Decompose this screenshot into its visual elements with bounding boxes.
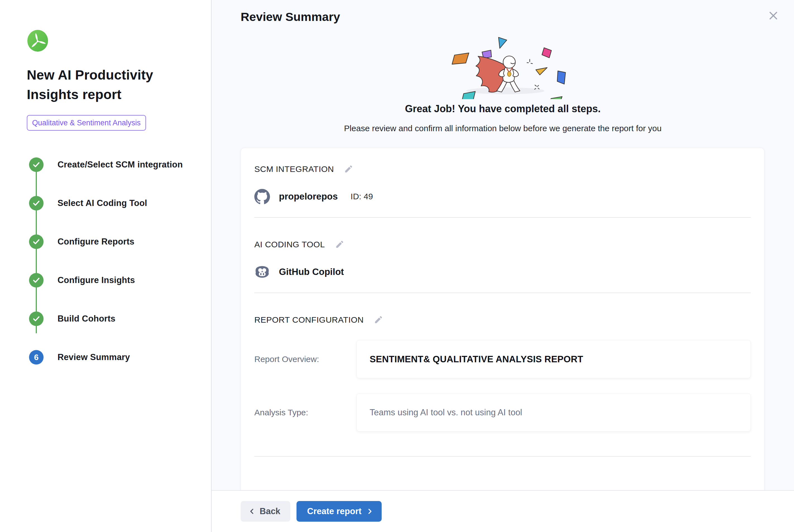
- step-configure-insights[interactable]: Configure Insights: [27, 273, 200, 287]
- step-label: Select AI Coding Tool: [57, 198, 147, 208]
- scm-integration-id: ID: 49: [351, 192, 373, 201]
- back-button[interactable]: Back: [241, 501, 290, 522]
- close-icon[interactable]: [767, 10, 779, 22]
- step-label: Review Summary: [57, 352, 130, 362]
- scm-integration-value-row: propelorepos ID: 49: [254, 189, 751, 204]
- analysis-type-value: Teams using AI tool vs. not using AI too…: [370, 407, 522, 418]
- section-divider: [254, 456, 751, 457]
- create-report-button[interactable]: Create report: [297, 501, 382, 522]
- report-overview-row: Report Overview: SENTIMENT& QUALITATIVE …: [254, 340, 751, 378]
- ai-coding-tool-value-row: GitHub Copilot: [254, 264, 751, 280]
- edit-scm-pencil-icon[interactable]: [343, 164, 354, 174]
- scm-integration-label: SCM INTEGRATION: [254, 165, 334, 174]
- review-summary-panel: Review Summary: [212, 0, 794, 532]
- edit-config-pencil-icon[interactable]: [373, 315, 383, 325]
- propeller-logo-icon: [27, 29, 49, 53]
- create-report-label: Create report: [307, 506, 362, 516]
- step-configure-reports[interactable]: Configure Reports: [27, 234, 200, 249]
- ai-coding-tool-label: AI CODING TOOL: [254, 240, 325, 249]
- step-scm-integration[interactable]: Create/Select SCM integration: [27, 157, 200, 172]
- step-label: Configure Reports: [57, 237, 135, 247]
- step-check-icon: [29, 311, 43, 326]
- ai-coding-tool-section-header: AI CODING TOOL: [254, 240, 751, 249]
- analysis-type-value-box: Teams using AI tool vs. not using AI too…: [357, 393, 751, 432]
- edit-tool-pencil-icon[interactable]: [335, 240, 344, 249]
- report-overview-label: Report Overview:: [254, 355, 357, 364]
- step-check-icon: [29, 196, 43, 210]
- report-overview-value: SENTIMENT& QUALITATIVE ANALYSIS REPORT: [370, 354, 583, 364]
- step-check-icon: [29, 234, 43, 249]
- step-number-badge: 6: [29, 350, 43, 364]
- hero-heading: Great Job! You have completed all steps.: [212, 103, 794, 115]
- back-button-label: Back: [260, 506, 280, 516]
- section-divider: [254, 217, 751, 218]
- step-label: Build Cohorts: [57, 314, 116, 324]
- panel-header: Review Summary: [212, 0, 794, 24]
- step-build-cohorts[interactable]: Build Cohorts: [27, 311, 200, 326]
- step-label: Configure Insights: [57, 275, 135, 285]
- analysis-type-row: Analysis Type: Teams using AI tool vs. n…: [254, 393, 751, 432]
- section-divider: [254, 292, 751, 293]
- analysis-type-label: Analysis Type:: [254, 408, 357, 417]
- github-icon: [254, 189, 270, 204]
- review-summary-card: SCM INTEGRATION propelorepos ID: 49 AI C…: [241, 148, 764, 496]
- step-review-summary[interactable]: 6 Review Summary: [27, 350, 200, 364]
- wizard-footer: Back Create report: [212, 490, 794, 532]
- report-configuration-label: REPORT CONFIGURATION: [254, 315, 364, 325]
- wizard-title: New AI Productivity Insights report: [27, 65, 172, 104]
- completion-hero: Great Job! You have completed all steps.…: [212, 29, 794, 133]
- chevron-right-icon: [366, 508, 373, 515]
- wizard-stepper: Create/Select SCM integration Select AI …: [27, 157, 200, 364]
- chevron-left-icon: [248, 508, 256, 515]
- step-label: Create/Select SCM integration: [57, 160, 183, 170]
- report-configuration-section-header: REPORT CONFIGURATION: [254, 315, 751, 325]
- wizard-sidebar: New AI Productivity Insights report Qual…: [0, 0, 212, 532]
- hero-subheading: Please review and confirm all informatio…: [212, 124, 794, 133]
- step-ai-coding-tool[interactable]: Select AI Coding Tool: [27, 196, 200, 210]
- celebration-illustration: [439, 29, 567, 99]
- report-wizard: New AI Productivity Insights report Qual…: [0, 0, 794, 532]
- scm-integration-section-header: SCM INTEGRATION: [254, 164, 751, 174]
- step-check-icon: [29, 273, 43, 287]
- copilot-icon: [254, 264, 270, 280]
- report-overview-value-box: SENTIMENT& QUALITATIVE ANALYSIS REPORT: [357, 340, 751, 378]
- page-title: Review Summary: [241, 10, 794, 24]
- ai-coding-tool-name: GitHub Copilot: [279, 267, 344, 277]
- analysis-type-badge: Qualitative & Sentiment Analysis: [27, 115, 146, 131]
- scm-integration-name: propelorepos: [279, 191, 338, 202]
- step-check-icon: [29, 157, 43, 172]
